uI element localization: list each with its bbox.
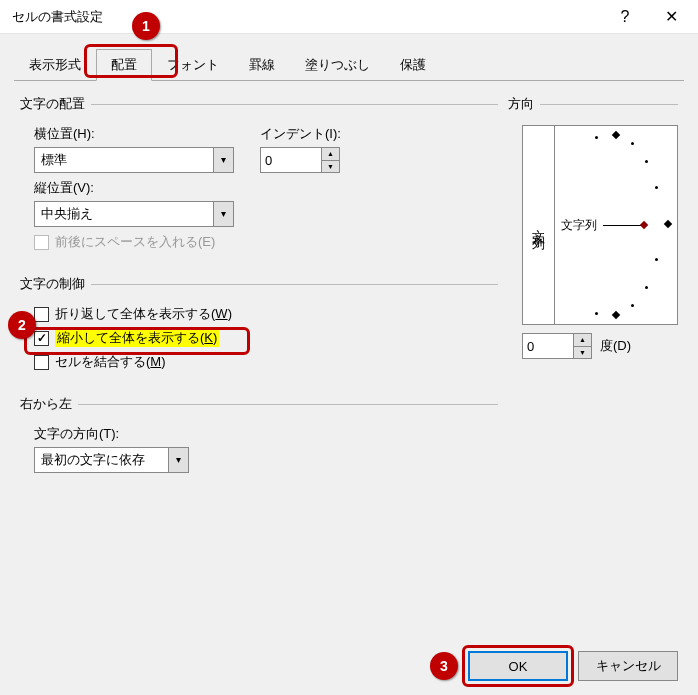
text-direction-value: 最初の文字に依存 [35,448,168,472]
checkbox-icon [34,235,49,250]
tab-4[interactable]: 塗りつぶし [290,49,385,81]
spin-up-icon[interactable]: ▲ [574,334,591,347]
alignment-panel: 文字の配置 横位置(H): 標準 ▾ インデント(I): ▲▼ [14,81,684,641]
vertical-value: 中央揃え [35,202,213,226]
annotation-badge-3: 3 [430,652,458,680]
wrap-text-checkbox[interactable]: 折り返して全体を表示する(W) [34,305,498,323]
shrink-to-fit-checkbox[interactable]: 縮小して全体を表示する(K) [34,329,498,347]
dialog-content: 表示形式配置フォント罫線塗りつぶし保護 文字の配置 横位置(H): 標準 ▾ イ… [0,34,698,641]
cancel-button[interactable]: キャンセル [578,651,678,681]
group-text-alignment: 文字の配置 横位置(H): 標準 ▾ インデント(I): ▲▼ [20,95,498,257]
spin-down-icon[interactable]: ▼ [322,161,339,173]
tab-3[interactable]: 罫線 [234,49,290,81]
horizontal-label: 横位置(H): [34,125,234,143]
ok-button[interactable]: OK [468,651,568,681]
orientation-preview[interactable]: 文字列 文字列 [522,125,678,325]
tab-0[interactable]: 表示形式 [14,49,96,81]
wrap-label: 折り返して全体を表示する(W) [55,305,232,323]
justify-label: 前後にスペースを入れる(E) [55,233,215,251]
checkbox-icon [34,331,49,346]
spin-up-icon[interactable]: ▲ [322,148,339,161]
chevron-down-icon: ▾ [213,148,233,172]
group-right-to-left: 右から左 文字の方向(T): 最初の文字に依存 ▾ [20,395,498,473]
group-rtl-legend: 右から左 [20,395,78,413]
orientation-vertical-button[interactable]: 文字列 [523,126,555,324]
chevron-down-icon: ▾ [168,448,188,472]
text-direction-combo[interactable]: 最初の文字に依存 ▾ [34,447,189,473]
close-button[interactable]: ✕ [648,0,694,34]
orientation-dial[interactable]: 文字列 [555,126,677,324]
indent-label: インデント(I): [260,125,341,143]
spin-down-icon[interactable]: ▼ [574,347,591,359]
group-text-control: 文字の制御 折り返して全体を表示する(W) 縮小して全体を表示する(K) セルを… [20,275,498,377]
dialog-footer: 3 OK キャンセル [430,651,678,681]
horizontal-value: 標準 [35,148,213,172]
tab-strip: 表示形式配置フォント罫線塗りつぶし保護 [14,48,684,81]
horizontal-combo[interactable]: 標準 ▾ [34,147,234,173]
vertical-label: 縦位置(V): [34,179,498,197]
text-direction-label: 文字の方向(T): [34,425,498,443]
tab-2[interactable]: フォント [152,49,234,81]
group-orientation: 方向 文字列 文字列 [518,95,678,359]
title-bar: セルの書式設定 ? ✕ [0,0,698,34]
merge-cells-checkbox[interactable]: セルを結合する(M) [34,353,498,371]
orientation-vertical-text: 文字列 [530,219,548,231]
tab-1[interactable]: 配置 [96,49,152,81]
shrink-label: 縮小して全体を表示する(K) [55,329,219,347]
orientation-input[interactable] [523,334,573,358]
window-title: セルの書式設定 [12,8,602,26]
annotation-badge-2: 2 [8,311,36,339]
tab-5[interactable]: 保護 [385,49,441,81]
group-text-control-legend: 文字の制御 [20,275,91,293]
chevron-down-icon: ▾ [213,202,233,226]
indent-spinner[interactable]: ▲▼ [260,147,340,173]
annotation-badge-1: 1 [132,12,160,40]
orientation-dial-text: 文字列 [561,217,597,234]
merge-label: セルを結合する(M) [55,353,166,371]
group-orientation-legend: 方向 [508,95,540,113]
help-button[interactable]: ? [602,0,648,34]
orientation-spinner[interactable]: ▲▼ [522,333,592,359]
vertical-combo[interactable]: 中央揃え ▾ [34,201,234,227]
orientation-degrees-label: 度(D) [600,337,631,355]
orientation-needle [603,225,643,226]
checkbox-icon [34,355,49,370]
justify-distributed-checkbox: 前後にスペースを入れる(E) [34,233,498,251]
checkbox-icon [34,307,49,322]
indent-input[interactable] [261,148,321,172]
group-text-alignment-legend: 文字の配置 [20,95,91,113]
